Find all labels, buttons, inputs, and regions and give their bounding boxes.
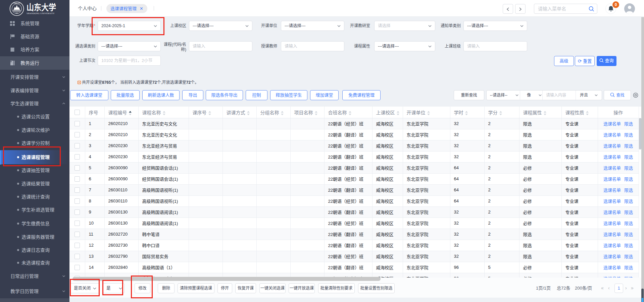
- svg-text:SHANDONG: SHANDONG: [13, 3, 20, 4]
- svg-text:1901: 1901: [15, 12, 18, 14]
